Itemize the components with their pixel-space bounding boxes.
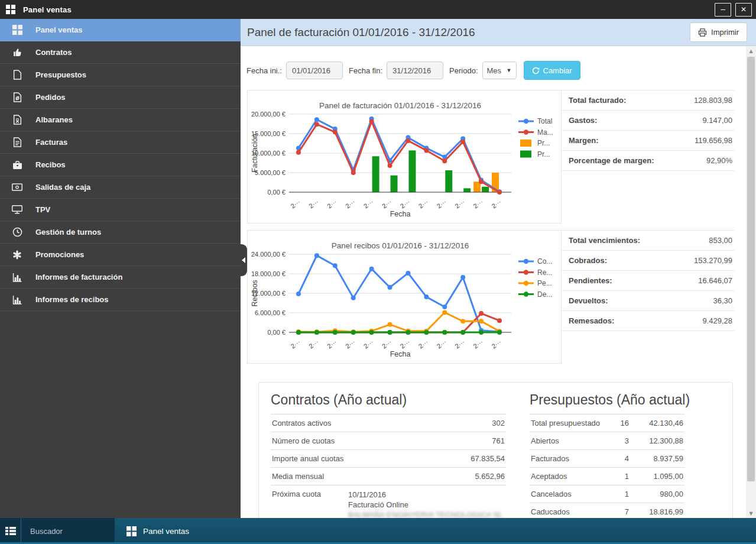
recibos-row: 0,00 €6.000,00 €12.000,00 €18.000,00 €24… <box>247 230 746 364</box>
close-button[interactable]: ✕ <box>735 3 752 17</box>
fecha-ini-label: Fecha ini.: <box>246 66 282 75</box>
sidebar-item-gestion-de-turnos[interactable]: Gestión de turnos <box>0 221 241 244</box>
presupuestos-table: Total presupuestado1642.130,46Abiertos31… <box>530 414 684 518</box>
svg-text:Co...: Co... <box>537 257 552 265</box>
facturacion-chart: 0,00 €5.000,00 €10.000,00 €15.000,00 €20… <box>248 90 561 223</box>
scroll-up-arrow[interactable]: ▲ <box>746 46 756 56</box>
svg-text:2···: 2··· <box>453 338 466 350</box>
svg-text:0,00 €: 0,00 € <box>267 189 285 196</box>
stat-value: 36,30 <box>713 296 732 305</box>
svg-text:2···: 2··· <box>399 198 411 210</box>
sidebar-item-facturas[interactable]: Facturas <box>0 131 241 154</box>
bar-chart-icon <box>10 295 24 305</box>
proxima-cuota-date: 10/11/2016 <box>348 490 502 500</box>
table-row: Número de cuotas761 <box>271 432 506 450</box>
svg-text:2···: 2··· <box>436 338 448 350</box>
stat-label: Devueltos: <box>569 296 608 305</box>
filter-bar: Fecha ini.: Fecha fin: Periodo: Mes ▼ Ca… <box>246 61 746 80</box>
clock-icon <box>10 227 24 237</box>
sidebar-item-contratos[interactable]: Contratos <box>0 41 241 64</box>
svg-text:2···: 2··· <box>381 198 393 210</box>
sidebar-collapse-handle[interactable] <box>241 244 247 276</box>
sidebar-item-label: Facturas <box>35 138 67 147</box>
taskbar-tab-panel-ventas[interactable]: Panel ventas <box>115 518 203 544</box>
sidebar-item-tpv[interactable]: TPV <box>0 199 241 221</box>
app-grid-icon <box>6 5 15 14</box>
svg-text:2···: 2··· <box>417 338 430 350</box>
sidebar-item-salidas-de-caja[interactable]: Salidas de caja <box>0 176 241 199</box>
bar <box>482 187 489 192</box>
stat-label: Margen: <box>569 136 599 145</box>
file-code-icon <box>10 92 24 102</box>
row-label: Contratos activos <box>272 419 450 428</box>
stat-label: Cobrados: <box>569 256 607 265</box>
svg-text:24.000,00 €: 24.000,00 € <box>251 251 285 258</box>
row-label: Cancelados <box>531 490 605 498</box>
sidebar-item-label: Salidas de caja <box>35 183 90 192</box>
cambiar-button[interactable]: Cambiar <box>524 61 580 80</box>
print-button[interactable]: Imprimir <box>690 22 747 42</box>
row-count: 1 <box>605 472 629 481</box>
svg-text:Fecha: Fecha <box>390 210 411 218</box>
bar <box>391 176 398 192</box>
sidebar-item-albaranes[interactable]: Albaranes <box>0 109 241 131</box>
line-series <box>298 312 499 332</box>
fecha-fin-input[interactable] <box>387 61 443 79</box>
row-value: 761 <box>450 436 505 445</box>
sidebar-item-pedidos[interactable]: Pedidos <box>0 86 241 109</box>
proxima-cuota-label: Próxima cuota <box>272 490 348 518</box>
stat-value: 128.803,98 <box>694 96 732 105</box>
row-count: 3 <box>605 436 629 445</box>
stat-value: 9.429,28 <box>702 316 732 325</box>
svg-text:Pr...: Pr... <box>537 150 550 158</box>
minimize-button[interactable]: − <box>715 3 731 17</box>
content: Fecha ini.: Fecha fin: Periodo: Mes ▼ Ca… <box>241 46 746 518</box>
taskbar-tab-buscador[interactable]: Buscador <box>21 518 115 544</box>
svg-text:2···: 2··· <box>344 338 356 350</box>
thumbs-up-icon <box>10 47 24 57</box>
scroll-down-arrow[interactable]: ▼ <box>746 509 756 518</box>
vertical-scrollbar[interactable]: ▲ ▼ <box>746 46 756 518</box>
stat-row: Cobrados:153.270,99 <box>562 251 734 271</box>
row-label: Número de cuotas <box>272 436 450 445</box>
svg-text:2···: 2··· <box>399 338 411 350</box>
svg-text:Pr...: Pr... <box>537 139 550 147</box>
row-label: Media mensual <box>272 472 450 481</box>
table-row: Media mensual5.652,96 <box>271 468 506 485</box>
sidebar: Panel ventasContratosPresupuestosPedidos… <box>0 19 241 518</box>
scrollbar-thumb[interactable] <box>747 57 755 481</box>
sidebar-item-presupuestos[interactable]: Presupuestos <box>0 64 241 86</box>
sidebar-item-label: Informes de facturación <box>35 273 122 281</box>
page-title: Panel de facturación 01/01/2016 - 31/12/… <box>247 26 475 39</box>
fecha-ini-input[interactable] <box>286 61 343 79</box>
bar <box>463 188 471 192</box>
fecha-fin-label: Fecha fin: <box>349 66 382 75</box>
stat-label: Gastos: <box>569 116 597 125</box>
sidebar-item-recibos[interactable]: Recibos <box>0 154 241 176</box>
svg-text:6.000,00 €: 6.000,00 € <box>255 309 285 316</box>
proxima-cuota-description: Facturació Online <box>348 500 502 510</box>
row-amount: 980,00 <box>629 490 683 498</box>
sidebar-item-panel-ventas[interactable]: Panel ventas <box>0 19 241 41</box>
proxima-cuota-row: Próxima cuota 10/11/2016 Facturació Onli… <box>271 485 506 518</box>
svg-text:2···: 2··· <box>362 338 375 350</box>
chart-legend: TotalMa...Pr...Pr... <box>518 117 553 158</box>
sidebar-item-informes-de-recibos[interactable]: Informes de recibos <box>0 289 241 311</box>
proxima-cuota-value: 10/11/2016 Facturació Online BALMAÑA ENG… <box>348 490 502 518</box>
contratos-title: Contratos (Año actual) <box>271 392 506 408</box>
sidebar-item-informes-de-facturacion[interactable]: Informes de facturación <box>0 266 241 289</box>
row-label: Aceptados <box>531 472 605 481</box>
svg-text:Facturación: Facturación <box>251 134 259 172</box>
svg-text:2···: 2··· <box>472 338 484 350</box>
taskbar-menu-button[interactable] <box>0 518 21 544</box>
stat-row: Porcentage de margen:92,90% <box>562 151 734 171</box>
list-icon <box>5 527 16 535</box>
svg-text:De...: De... <box>537 290 552 299</box>
periodo-select[interactable]: Mes ▼ <box>482 61 517 79</box>
line-series <box>298 255 499 332</box>
printer-icon <box>698 28 707 37</box>
stat-label: Total facturado: <box>569 96 626 105</box>
svg-text:2···: 2··· <box>344 198 356 210</box>
svg-text:2···: 2··· <box>289 198 301 210</box>
sidebar-item-promociones[interactable]: Promociones <box>0 244 241 266</box>
